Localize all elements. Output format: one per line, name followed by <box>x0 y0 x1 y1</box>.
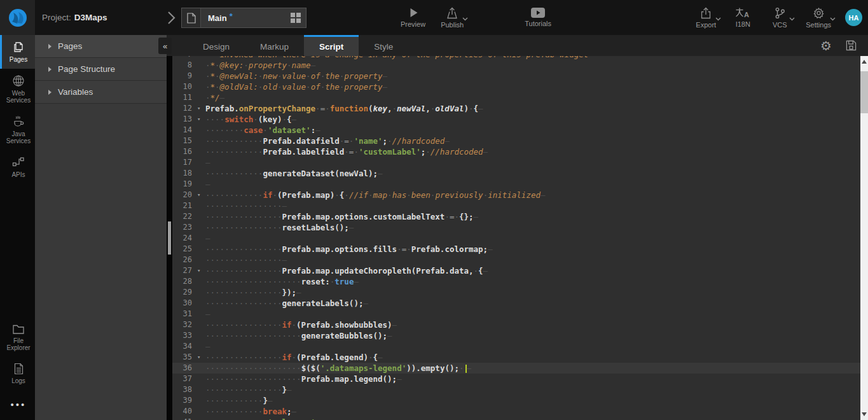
line-number: 21 <box>172 200 196 211</box>
expand-arrow-icon <box>48 44 52 49</box>
tab-script[interactable]: Script <box>304 35 359 56</box>
fold-arrow-icon[interactable]: ▾ <box>196 190 205 200</box>
code-line-11: 11·*/– <box>172 92 860 103</box>
line-number: 23 <box>172 222 196 233</box>
layout-grid-icon[interactable] <box>291 13 301 23</box>
tab-markup[interactable]: Markup <box>245 35 304 56</box>
fold-arrow-icon[interactable]: ▾ <box>196 103 205 114</box>
rail-bottom-items: File ExplorerLogs <box>0 318 35 390</box>
code-line-26: 26················– <box>172 255 860 265</box>
line-number: 8 <box>172 60 196 71</box>
script-settings-gear-icon[interactable]: ⚙ <box>820 39 832 52</box>
line-number: 14 <box>172 125 196 136</box>
apis-icon <box>12 156 25 169</box>
line-number: 9 <box>172 71 196 81</box>
code-line-25: 25················Prefab.map.options.fil… <box>172 244 860 255</box>
fold-gutter <box>196 287 205 298</box>
code-line-35: 35▾················if·(Prefab.legend)·{– <box>172 352 860 363</box>
tab-style[interactable]: Style <box>359 35 408 56</box>
line-number: 15 <box>172 136 196 146</box>
fold-gutter <box>196 125 205 136</box>
tab-design[interactable]: Design <box>188 35 245 56</box>
pages-panel: PagesPage StructureVariables <box>35 35 167 420</box>
panel-section-variables[interactable]: Variables <box>35 81 167 104</box>
fold-arrow-icon[interactable]: ▾ <box>196 265 205 276</box>
sidebar-item-label: Java Services <box>2 130 35 144</box>
code-line-10: 10·*·@oldVal:·old·value·of·the·property– <box>172 81 860 92</box>
scroll-up-arrow-icon[interactable] <box>862 60 867 64</box>
code-line-27: 27▾················Prefab.map.updateChor… <box>172 265 860 276</box>
fold-gutter <box>196 146 205 157</box>
panel-section-pages[interactable]: Pages <box>35 35 167 58</box>
sidebar-item-label: Pages <box>10 56 27 63</box>
action-label: Preview <box>401 20 425 28</box>
fold-gutter <box>196 60 205 71</box>
code-line-33: 33····················generateBubbles();… <box>172 330 860 341</box>
sidebar-item-label: Web Services <box>2 90 35 104</box>
panel-scrollbar-thumb[interactable] <box>168 221 171 255</box>
rail-overflow-button[interactable]: ••• <box>0 390 35 420</box>
panel-scrollbar[interactable] <box>167 56 172 420</box>
code-line-21: 21················– <box>172 200 860 211</box>
line-number: 26 <box>172 255 196 265</box>
editor-scrollbar[interactable] <box>860 56 868 420</box>
app-logo[interactable] <box>0 0 35 35</box>
code-line-19: 19– <box>172 179 860 190</box>
sidebar-item-label: File Explorer <box>2 337 35 351</box>
code-line-30: 30················generateLabels();– <box>172 298 860 309</box>
sidebar-item-apis[interactable]: APIs <box>0 150 35 184</box>
export-button[interactable]: Export <box>695 7 717 29</box>
panel-section-label: Page Structure <box>58 64 115 74</box>
user-avatar[interactable]: HA <box>845 9 862 26</box>
action-label: Settings <box>806 21 831 29</box>
sidebar-item-logs[interactable]: Logs <box>0 357 35 390</box>
rail-top-items: PagesWeb ServicesJava ServicesAPIs <box>0 35 35 184</box>
panel-collapse-button[interactable]: « <box>158 38 172 54</box>
save-icon[interactable] <box>846 40 857 51</box>
code-line-13: 13▾····switch·(key)·{– <box>172 114 860 125</box>
i18n-icon: A <box>735 7 750 18</box>
sidebar-item-java-services[interactable]: Java Services <box>0 109 35 150</box>
code-line-18: 18············generateDataset(newVal);– <box>172 168 860 179</box>
top-bar: Project: D3Maps Main * PreviewPublishTut… <box>0 0 868 35</box>
fold-arrow-icon[interactable]: ▾ <box>196 114 205 125</box>
settings-button[interactable]: Settings <box>806 7 831 29</box>
line-number: 12 <box>172 103 196 114</box>
line-number: 39 <box>172 395 196 406</box>
publish-icon <box>446 7 458 19</box>
sidebar-item-pages[interactable]: Pages <box>0 35 35 69</box>
code-editor[interactable]: 7·*·invoked·when·there·is·a·change·in·an… <box>167 56 868 420</box>
line-number: 16 <box>172 146 196 157</box>
code-line-28: 28····················reset:·true– <box>172 276 860 287</box>
code-line-12: 12▾Prefab.onPropertyChange·=·function(ke… <box>172 103 860 114</box>
fold-gutter <box>196 384 205 395</box>
fold-arrow-icon[interactable]: ▾ <box>196 352 205 363</box>
sidebar-item-web-services[interactable]: Web Services <box>0 69 35 109</box>
fold-gutter <box>196 211 205 222</box>
code-line-36: 36····················$($('.datamaps-leg… <box>172 363 860 374</box>
page-tab-name: Main <box>208 13 227 23</box>
expand-arrow-icon <box>48 90 52 95</box>
panel-section-page-structure[interactable]: Page Structure <box>35 58 167 81</box>
fold-gutter <box>196 276 205 287</box>
i18n-button[interactable]: AI18N <box>732 7 754 28</box>
active-page-tab[interactable]: Main * <box>181 8 307 28</box>
editor-scrollbar-thumb[interactable] <box>860 71 868 113</box>
tutorials-button[interactable]: Tutorials <box>525 8 551 27</box>
logs-icon <box>13 363 24 375</box>
side-rail: PagesWeb ServicesJava ServicesAPIs File … <box>0 35 35 420</box>
script-text-area[interactable]: 7·*·invoked·when·there·is·a·change·in·an… <box>172 56 860 420</box>
play-icon <box>408 7 419 18</box>
preview-button[interactable]: Preview <box>401 7 425 28</box>
code-line-37: 37····················Prefab.map.legend(… <box>172 374 860 384</box>
line-number: 25 <box>172 244 196 255</box>
vcs-button[interactable]: VCS <box>769 7 790 29</box>
scroll-down-arrow-icon[interactable] <box>862 412 867 416</box>
sidebar-item-file-explorer[interactable]: File Explorer <box>0 318 35 357</box>
code-line-9: 9·*·@newVal:·new·value·of·the·property– <box>172 71 860 81</box>
fold-gutter <box>196 417 205 420</box>
topbar-center-actions: PreviewPublishTutorials <box>393 0 559 35</box>
publish-button[interactable]: Publish <box>441 7 464 29</box>
vcs-icon <box>774 7 786 19</box>
action-label: Tutorials <box>525 20 551 27</box>
